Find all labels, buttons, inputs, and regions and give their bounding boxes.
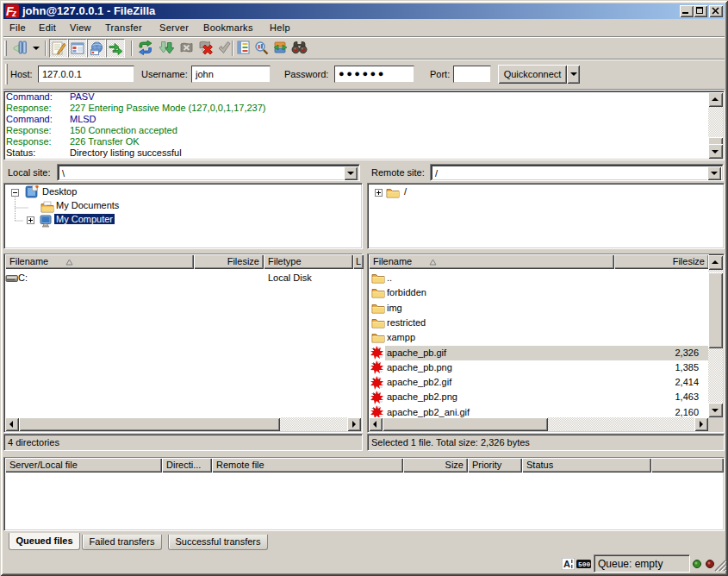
svg-text:500: 500 [578,560,591,568]
svg-text:A: A [563,559,570,569]
svg-text:z: z [11,9,16,18]
